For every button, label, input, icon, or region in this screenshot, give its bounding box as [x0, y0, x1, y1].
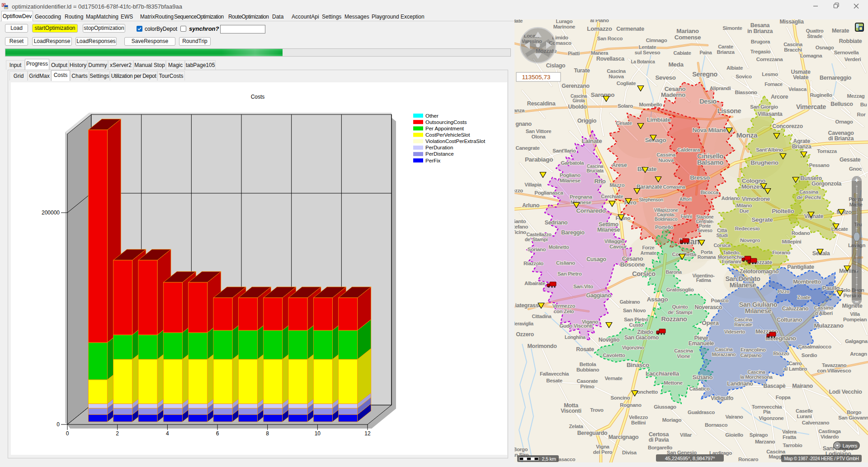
svg-text:Valera: Valera — [782, 429, 797, 434]
svg-text:Parabiago: Parabiago — [525, 156, 553, 163]
svg-text:Quinto: Quinto — [672, 304, 688, 310]
svg-text:Villar: Villar — [680, 432, 692, 438]
svg-text:Arluno: Arluno — [522, 202, 540, 209]
svg-text:Vidigulfo: Vidigulfo — [711, 395, 734, 401]
svg-text:Besana: Besana — [750, 22, 770, 29]
svg-text:La Botanica: La Botanica — [631, 59, 656, 64]
svg-text:Sedriano: Sedriano — [545, 219, 568, 226]
svg-text:Caluzzano: Caluzzano — [782, 305, 809, 312]
svg-text:Fallavecchia: Fallavecchia — [540, 371, 569, 376]
svg-text:Bascapè: Bascapè — [764, 383, 786, 389]
svg-text:Vellezzo: Vellezzo — [629, 415, 648, 420]
svg-text:Sant'Albino: Sant'Albino — [756, 147, 783, 152]
svg-text:Gabirano: Gabirano — [620, 299, 640, 305]
svg-text:San Rocco: San Rocco — [597, 36, 623, 41]
svg-text:Forlanini: Forlanini — [722, 259, 741, 264]
svg-text:Verderi: Verderi — [844, 57, 861, 62]
svg-text:Foppa: Foppa — [776, 395, 791, 400]
svg-text:Francolino: Francolino — [741, 347, 766, 353]
svg-text:PerFix: PerFix — [425, 158, 440, 163]
svg-text:200000: 200000 — [42, 210, 60, 216]
svg-text:Noviglio: Noviglio — [599, 337, 620, 343]
svg-text:Bettola: Bettola — [580, 362, 596, 367]
svg-text:6: 6 — [216, 430, 219, 437]
svg-text:Barona: Barona — [665, 269, 682, 275]
svg-text:Pioltello: Pioltello — [772, 208, 794, 214]
svg-text:di Brianza: di Brianza — [828, 135, 854, 142]
svg-text:Morazzano: Morazzano — [712, 352, 736, 357]
svg-text:Besate: Besate — [546, 378, 562, 383]
svg-text:Rovellasca: Rovellasca — [596, 56, 625, 62]
svg-text:Brugherio: Brugherio — [750, 159, 778, 166]
svg-text:Baranzate: Baranzate — [637, 184, 662, 190]
svg-text:Rodano: Rodano — [792, 230, 810, 236]
svg-text:San Novo: San Novo — [623, 308, 646, 313]
svg-text:Piatti: Piatti — [568, 51, 580, 56]
svg-text:Cisliano: Cisliano — [556, 260, 575, 266]
svg-text:Morimondo: Morimondo — [528, 343, 557, 349]
svg-text:Gorgonzola: Gorgonzola — [811, 181, 842, 187]
svg-text:Lomazzo: Lomazzo — [587, 25, 612, 32]
svg-text:Due: Due — [740, 208, 749, 214]
svg-text:Bracchi: Bracchi — [784, 47, 802, 52]
svg-text:sul Seveso: sul Seveso — [635, 50, 660, 55]
svg-text:Cittadina: Cittadina — [532, 314, 552, 319]
svg-text:San Giorgio: San Giorgio — [750, 104, 778, 110]
svg-text:Molinetto: Molinetto — [549, 244, 570, 250]
svg-text:Concorezzo: Concorezzo — [772, 123, 803, 129]
svg-text:Lissone: Lissone — [717, 107, 741, 114]
svg-text:Emanuele: Emanuele — [689, 340, 714, 347]
svg-text:adate: adate — [514, 19, 523, 24]
svg-text:Olona: Olona — [532, 134, 546, 139]
svg-text:Villaggio: Villaggio — [604, 238, 625, 244]
svg-text:Redecesio: Redecesio — [735, 226, 760, 231]
svg-text:Cornaredo: Cornaredo — [576, 207, 605, 214]
svg-text:−: − — [855, 298, 859, 305]
svg-text:Bubbiano: Bubbiano — [576, 367, 599, 372]
svg-text:Rosate: Rosate — [576, 346, 594, 353]
svg-text:Bareggio: Bareggio — [561, 229, 585, 236]
svg-text:Aliprandi: Aliprandi — [710, 86, 731, 91]
svg-text:Pompeian: Pompeian — [843, 317, 867, 322]
svg-text:Bu: Bu — [860, 102, 867, 107]
svg-text:San Giacomo: San Giacomo — [624, 334, 659, 341]
svg-text:Sernovella: Sernovella — [834, 50, 859, 55]
svg-text:113505,73: 113505,73 — [522, 74, 551, 81]
svg-text:Milano: Milano — [736, 203, 752, 208]
svg-text:Casatico: Casatico — [689, 386, 709, 391]
svg-text:12: 12 — [364, 430, 371, 437]
svg-text:Villasanta: Villasanta — [758, 111, 783, 117]
svg-text:Gaggiano: Gaggiano — [586, 292, 612, 299]
svg-text:Velasca: Velasca — [788, 86, 807, 92]
svg-text:Cassina: Cassina — [656, 152, 676, 157]
svg-text:Milanese: Milanese — [730, 281, 756, 289]
svg-text:Gratosoglio: Gratosoglio — [666, 287, 694, 292]
svg-text:Tregasio: Tregasio — [750, 49, 771, 54]
svg-text:Mombello: Mombello — [639, 102, 662, 107]
svg-text:Ticino: Ticino — [514, 229, 526, 235]
svg-text:Seveso: Seveso — [698, 228, 712, 233]
svg-text:Riazzolo: Riazzolo — [524, 261, 543, 266]
svg-text:Uboldo: Uboldo — [568, 104, 587, 110]
svg-text:Carro: Carro — [789, 361, 802, 366]
svg-text:Bornasco: Bornasco — [705, 422, 728, 428]
svg-text:Senago: Senago — [645, 137, 666, 143]
svg-text:Pantigliate: Pantigliate — [787, 264, 814, 270]
svg-text:Fratta: Fratta — [783, 434, 797, 440]
svg-text:Cusago: Cusago — [586, 256, 606, 262]
svg-text:Giussago: Giussago — [654, 404, 676, 410]
svg-text:d'Alberi: d'Alberi — [815, 310, 833, 316]
svg-text:Origgio: Origgio — [577, 118, 597, 124]
svg-text:Primo: Primo — [580, 384, 594, 389]
svg-text:Canegrate: Canegrate — [515, 145, 539, 151]
svg-text:Bellini: Bellini — [631, 420, 646, 425]
svg-text:Maderno: Maderno — [661, 91, 685, 98]
svg-text:Siziano: Siziano — [693, 374, 713, 381]
svg-text:Paina: Paina — [699, 50, 712, 55]
svg-text:Mulazzano: Mulazzano — [814, 322, 843, 329]
svg-text:Cabiate: Cabiate — [673, 50, 691, 56]
svg-text:Gnoc: Gnoc — [849, 166, 862, 172]
svg-text:con Villavesco: con Villavesco — [817, 368, 851, 373]
svg-text:de' Stampi: de' Stampi — [668, 310, 692, 315]
svg-text:Affori: Affori — [679, 196, 692, 202]
